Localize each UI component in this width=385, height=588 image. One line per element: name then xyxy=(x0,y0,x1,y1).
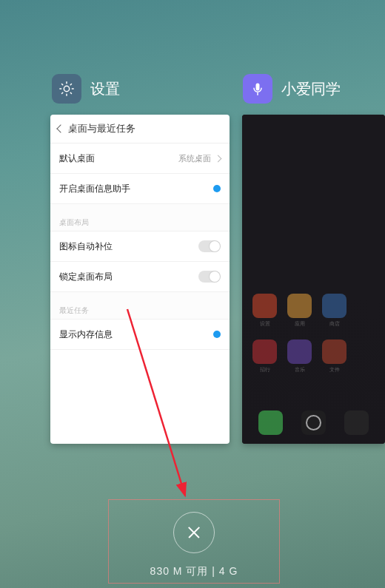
row-label: 显示内存信息 xyxy=(59,328,113,341)
dock-icon xyxy=(344,410,369,435)
phone-icon xyxy=(258,410,283,435)
row-label: 默认桌面 xyxy=(59,152,95,165)
recent-card-settings[interactable]: 桌面与最近任务 默认桌面 系统桌面 开启桌面信息助手 桌面布局 图标自动补位 锁… xyxy=(50,115,230,444)
app-icon xyxy=(252,339,277,364)
section-label-layout: 桌面布局 xyxy=(50,204,230,232)
app-icon xyxy=(322,339,346,364)
toggle-switch[interactable] xyxy=(198,271,221,283)
mic-icon xyxy=(243,74,272,104)
page-title: 桌面与最近任务 xyxy=(68,122,135,135)
row-icon-auto-fill[interactable]: 图标自动补位 xyxy=(50,232,230,262)
memory-info-text: 830 M 可用 | 4 G xyxy=(109,565,279,578)
back-chevron-icon xyxy=(56,124,64,132)
svg-rect-0 xyxy=(256,84,260,91)
toggle-on-icon[interactable] xyxy=(213,185,221,192)
gear-icon xyxy=(52,74,81,104)
app-icon xyxy=(252,294,277,318)
camera-icon xyxy=(301,410,326,435)
row-lock-layout[interactable]: 锁定桌面布局 xyxy=(50,262,230,292)
dim-overlay xyxy=(242,115,385,444)
app-icon xyxy=(322,294,346,318)
app-icon xyxy=(287,294,312,318)
recent-app-label: 设置 xyxy=(90,79,120,99)
recent-app-label: 小爱同学 xyxy=(281,79,341,99)
section-label-recent: 最近任务 xyxy=(50,292,230,320)
toggle-switch[interactable] xyxy=(198,240,221,252)
chevron-right-icon xyxy=(215,155,222,162)
recent-app-header-settings: 设置 xyxy=(52,74,120,104)
app-icon xyxy=(287,339,312,364)
clear-all-button[interactable] xyxy=(173,512,215,553)
row-desktop-info-assistant[interactable]: 开启桌面信息助手 xyxy=(50,174,230,204)
row-label: 锁定桌面布局 xyxy=(59,271,113,283)
row-label: 图标自动补位 xyxy=(59,240,113,253)
row-label: 开启桌面信息助手 xyxy=(59,183,130,195)
annotation-highlight-box: 830 M 可用 | 4 G xyxy=(108,499,280,584)
home-icons-grid: 设置 应用 商店 招行 音乐 文件 xyxy=(242,294,385,374)
row-show-memory-info[interactable]: 显示内存信息 xyxy=(50,320,230,350)
row-default-desktop[interactable]: 默认桌面 系统桌面 xyxy=(50,143,230,174)
dock xyxy=(242,410,385,435)
blank-area xyxy=(50,350,230,439)
row-value: 系统桌面 xyxy=(178,153,211,164)
toggle-on-icon[interactable] xyxy=(213,331,221,338)
recent-app-header-xiaoai: 小爱同学 xyxy=(243,74,341,104)
recent-card-xiaoai[interactable]: 设置 应用 商店 招行 音乐 文件 xyxy=(242,115,385,444)
settings-list-header[interactable]: 桌面与最近任务 xyxy=(50,115,230,143)
